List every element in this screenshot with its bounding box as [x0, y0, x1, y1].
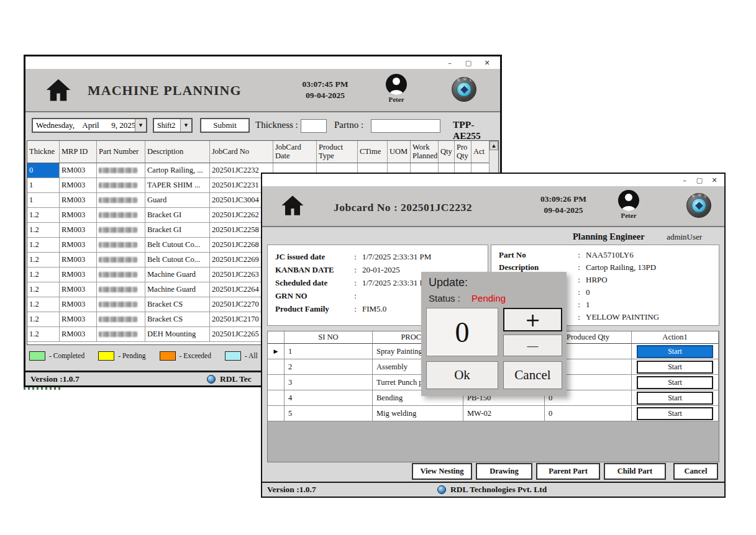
col-jobcard-no[interactable]: JobCard No	[210, 141, 273, 163]
close-button[interactable]: ✕	[707, 174, 722, 186]
row-selector[interactable]	[268, 406, 285, 421]
table-cell[interactable]: 1.2	[27, 312, 60, 327]
row-selector[interactable]	[268, 390, 285, 406]
minimize-button[interactable]: –	[440, 57, 459, 68]
home-icon[interactable]	[280, 193, 306, 218]
table-cell[interactable]: 1	[27, 193, 60, 208]
user-avatar[interactable]: Peter	[381, 74, 412, 103]
table-cell[interactable]: 1.2	[27, 327, 60, 342]
home-icon[interactable]	[44, 76, 73, 104]
part-number-redacted[interactable]	[97, 163, 145, 178]
table-cell[interactable]: RM003	[60, 312, 97, 327]
decrement-button[interactable]: —	[503, 335, 562, 356]
parent-part-button[interactable]: Parent Part	[536, 463, 600, 480]
col-mrp-id[interactable]: MRP ID	[60, 141, 97, 163]
table-cell[interactable]: RM003	[60, 223, 97, 238]
part-number-redacted[interactable]	[97, 178, 145, 193]
start-button[interactable]: Start	[637, 407, 713, 420]
table-cell[interactable]: RM003	[60, 253, 97, 268]
table-cell[interactable]: 1.2	[27, 223, 60, 238]
shift-select[interactable]: Shift2 ▼	[153, 118, 193, 133]
col-qty[interactable]: Qty	[439, 141, 455, 163]
col-action1[interactable]: Action1	[632, 331, 719, 344]
row-selector[interactable]	[268, 375, 285, 390]
part-number-redacted[interactable]	[97, 327, 145, 342]
table-cell[interactable]: 1.2	[27, 268, 60, 282]
col-jobcard-date[interactable]: JobCard Date	[273, 141, 317, 163]
table-cell[interactable]: Bracket GI	[145, 208, 210, 223]
table-cell[interactable]: RM003	[60, 238, 97, 253]
child-part-button[interactable]: Child Part	[604, 463, 666, 480]
table-cell[interactable]: RM003	[60, 268, 97, 282]
chevron-down-icon[interactable]: ▼	[180, 119, 191, 132]
table-cell[interactable]: 1.2	[27, 297, 60, 312]
row-selector[interactable]	[268, 359, 285, 375]
part-number-redacted[interactable]	[97, 238, 145, 253]
col-description[interactable]: Description	[145, 141, 210, 163]
row-selector[interactable]: ▶	[268, 344, 285, 359]
table-cell[interactable]: Bracket GI	[145, 223, 210, 238]
col-thickness[interactable]: Thickne	[27, 141, 60, 163]
table-cell[interactable]: RM003	[60, 163, 97, 178]
col-pro-qty[interactable]: Pro Qty	[455, 141, 471, 163]
thickness-input[interactable]	[301, 119, 327, 133]
table-cell[interactable]: RM003	[60, 208, 97, 223]
table-cell[interactable]: RM003	[60, 193, 97, 208]
table-cell[interactable]: Belt Cutout Co...	[145, 253, 210, 268]
chevron-down-icon[interactable]: ▼	[135, 119, 146, 132]
start-button[interactable]: Start	[637, 392, 713, 405]
part-number-redacted[interactable]	[97, 268, 145, 282]
table-cell[interactable]: Cartop Railing, ...	[145, 163, 210, 178]
col-si-no[interactable]: SI NO	[285, 331, 373, 344]
part-number-redacted[interactable]	[97, 282, 145, 297]
part-number-redacted[interactable]	[97, 312, 145, 327]
col-uom[interactable]: UOM	[388, 141, 411, 163]
table-cell[interactable]: 1.2	[27, 282, 60, 297]
part-number-redacted[interactable]	[97, 208, 145, 223]
user-avatar[interactable]: Peter	[613, 190, 644, 219]
process-row[interactable]: 5Mig weldingMW-020Start	[268, 406, 719, 421]
close-button[interactable]: ✕	[478, 57, 496, 68]
submit-button[interactable]: Submit	[200, 118, 250, 133]
col-act[interactable]: Act	[471, 141, 490, 163]
table-cell[interactable]: RM003	[60, 178, 97, 193]
cancel-button[interactable]: Cancel	[673, 463, 718, 480]
col-part-number[interactable]: Part Number	[97, 141, 145, 163]
table-cell[interactable]: 1.2	[27, 253, 60, 268]
ok-button[interactable]: Ok	[426, 361, 498, 389]
table-cell[interactable]: DEH Mounting	[145, 327, 210, 342]
minimize-button[interactable]: –	[677, 174, 692, 186]
part-number-redacted[interactable]	[97, 193, 145, 208]
table-cell[interactable]: 1	[27, 178, 60, 193]
table-cell[interactable]: TAPER SHIM ...	[145, 178, 210, 193]
table-cell[interactable]: Bracket CS	[145, 297, 210, 312]
table-cell[interactable]: RM003	[60, 327, 97, 342]
table-cell[interactable]: RM003	[60, 282, 97, 297]
date-picker[interactable]: Wednesday, April 9, 2025 ▼	[32, 118, 147, 133]
col-product-type[interactable]: Product Type	[317, 141, 358, 163]
maximize-button[interactable]: ▢	[459, 57, 478, 68]
scroll-up-icon[interactable]: ▲	[490, 141, 498, 150]
col-work-planned[interactable]: Work Planned	[411, 141, 439, 163]
start-button[interactable]: Start	[637, 376, 713, 389]
part-number-redacted[interactable]	[97, 223, 145, 238]
partno-input[interactable]	[371, 119, 440, 133]
start-button[interactable]: Start	[637, 361, 713, 374]
maximize-button[interactable]: ▢	[692, 174, 707, 186]
table-cell[interactable]: RM003	[60, 297, 97, 312]
table-cell[interactable]: 1.2	[27, 238, 60, 253]
table-cell[interactable]: Guard	[145, 193, 210, 208]
part-number-redacted[interactable]	[97, 253, 145, 268]
drawing-button[interactable]: Drawing	[476, 463, 532, 480]
table-cell[interactable]: 1.2	[27, 208, 60, 223]
view-nesting-button[interactable]: View Nesting	[412, 463, 472, 480]
start-button[interactable]: Start	[637, 345, 713, 358]
dialog-cancel-button[interactable]: Cancel	[503, 361, 562, 389]
table-cell[interactable]: Belt Cutout Co...	[145, 238, 210, 253]
table-cell[interactable]: Machine Guard	[145, 268, 210, 282]
part-number-redacted[interactable]	[97, 297, 145, 312]
table-cell[interactable]: Machine Guard	[145, 282, 210, 297]
table-cell[interactable]: 0	[27, 163, 60, 178]
col-ctime[interactable]: CTime	[358, 141, 388, 163]
increment-button[interactable]: +	[503, 308, 562, 331]
